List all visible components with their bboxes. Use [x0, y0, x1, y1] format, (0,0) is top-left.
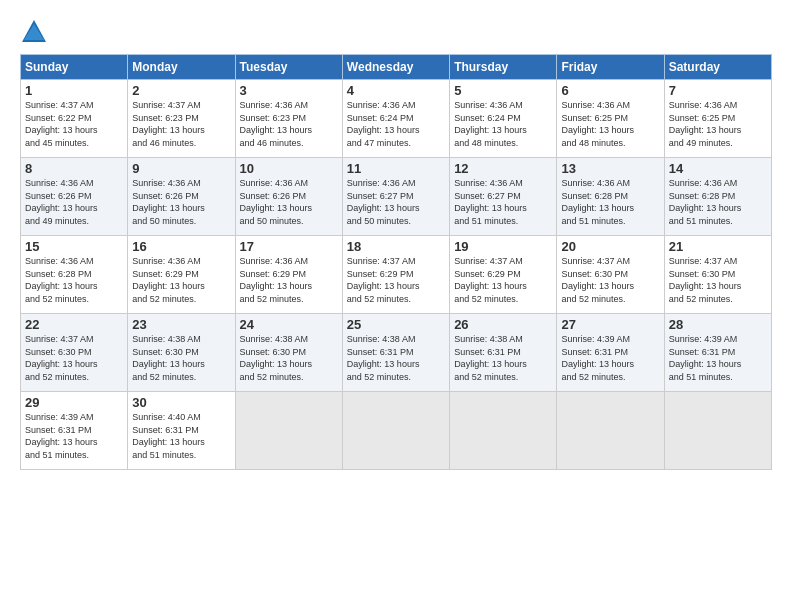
calendar-cell: 4Sunrise: 4:36 AM Sunset: 6:24 PM Daylig… — [342, 80, 449, 158]
calendar-cell: 1Sunrise: 4:37 AM Sunset: 6:22 PM Daylig… — [21, 80, 128, 158]
calendar-cell: 13Sunrise: 4:36 AM Sunset: 6:28 PM Dayli… — [557, 158, 664, 236]
calendar-cell — [664, 392, 771, 470]
day-number: 10 — [240, 161, 338, 176]
day-number: 3 — [240, 83, 338, 98]
day-number: 8 — [25, 161, 123, 176]
weekday-header-thursday: Thursday — [450, 55, 557, 80]
calendar-week-row: 29Sunrise: 4:39 AM Sunset: 6:31 PM Dayli… — [21, 392, 772, 470]
day-info: Sunrise: 4:36 AM Sunset: 6:27 PM Dayligh… — [347, 177, 445, 227]
day-info: Sunrise: 4:38 AM Sunset: 6:31 PM Dayligh… — [454, 333, 552, 383]
day-number: 26 — [454, 317, 552, 332]
calendar-week-row: 1Sunrise: 4:37 AM Sunset: 6:22 PM Daylig… — [21, 80, 772, 158]
day-info: Sunrise: 4:37 AM Sunset: 6:30 PM Dayligh… — [669, 255, 767, 305]
logo-icon — [20, 18, 48, 46]
day-number: 9 — [132, 161, 230, 176]
day-info: Sunrise: 4:38 AM Sunset: 6:30 PM Dayligh… — [240, 333, 338, 383]
day-info: Sunrise: 4:37 AM Sunset: 6:30 PM Dayligh… — [561, 255, 659, 305]
calendar-cell: 24Sunrise: 4:38 AM Sunset: 6:30 PM Dayli… — [235, 314, 342, 392]
calendar-cell: 19Sunrise: 4:37 AM Sunset: 6:29 PM Dayli… — [450, 236, 557, 314]
calendar-cell: 23Sunrise: 4:38 AM Sunset: 6:30 PM Dayli… — [128, 314, 235, 392]
day-number: 6 — [561, 83, 659, 98]
calendar-cell: 20Sunrise: 4:37 AM Sunset: 6:30 PM Dayli… — [557, 236, 664, 314]
calendar-cell: 5Sunrise: 4:36 AM Sunset: 6:24 PM Daylig… — [450, 80, 557, 158]
day-number: 29 — [25, 395, 123, 410]
calendar-cell: 14Sunrise: 4:36 AM Sunset: 6:28 PM Dayli… — [664, 158, 771, 236]
logo — [20, 18, 52, 46]
day-info: Sunrise: 4:36 AM Sunset: 6:28 PM Dayligh… — [25, 255, 123, 305]
weekday-header-tuesday: Tuesday — [235, 55, 342, 80]
day-info: Sunrise: 4:36 AM Sunset: 6:29 PM Dayligh… — [240, 255, 338, 305]
calendar-body: 1Sunrise: 4:37 AM Sunset: 6:22 PM Daylig… — [21, 80, 772, 470]
calendar-cell: 12Sunrise: 4:36 AM Sunset: 6:27 PM Dayli… — [450, 158, 557, 236]
day-info: Sunrise: 4:36 AM Sunset: 6:24 PM Dayligh… — [454, 99, 552, 149]
calendar-week-row: 8Sunrise: 4:36 AM Sunset: 6:26 PM Daylig… — [21, 158, 772, 236]
page: SundayMondayTuesdayWednesdayThursdayFrid… — [0, 0, 792, 612]
day-info: Sunrise: 4:37 AM Sunset: 6:29 PM Dayligh… — [347, 255, 445, 305]
day-info: Sunrise: 4:36 AM Sunset: 6:28 PM Dayligh… — [669, 177, 767, 227]
calendar-table: SundayMondayTuesdayWednesdayThursdayFrid… — [20, 54, 772, 470]
calendar-cell — [450, 392, 557, 470]
calendar-cell: 11Sunrise: 4:36 AM Sunset: 6:27 PM Dayli… — [342, 158, 449, 236]
calendar-cell: 27Sunrise: 4:39 AM Sunset: 6:31 PM Dayli… — [557, 314, 664, 392]
day-number: 13 — [561, 161, 659, 176]
day-info: Sunrise: 4:40 AM Sunset: 6:31 PM Dayligh… — [132, 411, 230, 461]
day-info: Sunrise: 4:36 AM Sunset: 6:26 PM Dayligh… — [25, 177, 123, 227]
calendar-cell: 9Sunrise: 4:36 AM Sunset: 6:26 PM Daylig… — [128, 158, 235, 236]
day-number: 19 — [454, 239, 552, 254]
day-info: Sunrise: 4:36 AM Sunset: 6:26 PM Dayligh… — [240, 177, 338, 227]
day-info: Sunrise: 4:36 AM Sunset: 6:25 PM Dayligh… — [561, 99, 659, 149]
day-number: 7 — [669, 83, 767, 98]
calendar-cell: 6Sunrise: 4:36 AM Sunset: 6:25 PM Daylig… — [557, 80, 664, 158]
header — [20, 18, 772, 46]
calendar-cell: 16Sunrise: 4:36 AM Sunset: 6:29 PM Dayli… — [128, 236, 235, 314]
calendar-week-row: 22Sunrise: 4:37 AM Sunset: 6:30 PM Dayli… — [21, 314, 772, 392]
day-info: Sunrise: 4:39 AM Sunset: 6:31 PM Dayligh… — [25, 411, 123, 461]
day-info: Sunrise: 4:37 AM Sunset: 6:23 PM Dayligh… — [132, 99, 230, 149]
weekday-header-monday: Monday — [128, 55, 235, 80]
day-number: 17 — [240, 239, 338, 254]
calendar-cell: 3Sunrise: 4:36 AM Sunset: 6:23 PM Daylig… — [235, 80, 342, 158]
weekday-header-friday: Friday — [557, 55, 664, 80]
calendar-cell: 26Sunrise: 4:38 AM Sunset: 6:31 PM Dayli… — [450, 314, 557, 392]
calendar-cell: 22Sunrise: 4:37 AM Sunset: 6:30 PM Dayli… — [21, 314, 128, 392]
day-info: Sunrise: 4:37 AM Sunset: 6:29 PM Dayligh… — [454, 255, 552, 305]
day-info: Sunrise: 4:36 AM Sunset: 6:25 PM Dayligh… — [669, 99, 767, 149]
day-number: 2 — [132, 83, 230, 98]
day-info: Sunrise: 4:39 AM Sunset: 6:31 PM Dayligh… — [561, 333, 659, 383]
calendar-cell: 21Sunrise: 4:37 AM Sunset: 6:30 PM Dayli… — [664, 236, 771, 314]
calendar-cell — [342, 392, 449, 470]
calendar-cell — [557, 392, 664, 470]
day-info: Sunrise: 4:36 AM Sunset: 6:28 PM Dayligh… — [561, 177, 659, 227]
weekday-header-sunday: Sunday — [21, 55, 128, 80]
day-number: 23 — [132, 317, 230, 332]
day-number: 28 — [669, 317, 767, 332]
calendar-cell: 30Sunrise: 4:40 AM Sunset: 6:31 PM Dayli… — [128, 392, 235, 470]
calendar-cell: 18Sunrise: 4:37 AM Sunset: 6:29 PM Dayli… — [342, 236, 449, 314]
calendar-cell: 28Sunrise: 4:39 AM Sunset: 6:31 PM Dayli… — [664, 314, 771, 392]
day-number: 27 — [561, 317, 659, 332]
calendar-cell: 8Sunrise: 4:36 AM Sunset: 6:26 PM Daylig… — [21, 158, 128, 236]
day-number: 25 — [347, 317, 445, 332]
day-number: 24 — [240, 317, 338, 332]
calendar-cell: 7Sunrise: 4:36 AM Sunset: 6:25 PM Daylig… — [664, 80, 771, 158]
day-info: Sunrise: 4:38 AM Sunset: 6:30 PM Dayligh… — [132, 333, 230, 383]
calendar-cell: 25Sunrise: 4:38 AM Sunset: 6:31 PM Dayli… — [342, 314, 449, 392]
svg-marker-1 — [24, 24, 44, 40]
calendar-cell: 17Sunrise: 4:36 AM Sunset: 6:29 PM Dayli… — [235, 236, 342, 314]
day-info: Sunrise: 4:37 AM Sunset: 6:30 PM Dayligh… — [25, 333, 123, 383]
calendar-week-row: 15Sunrise: 4:36 AM Sunset: 6:28 PM Dayli… — [21, 236, 772, 314]
calendar-header: SundayMondayTuesdayWednesdayThursdayFrid… — [21, 55, 772, 80]
weekday-header-wednesday: Wednesday — [342, 55, 449, 80]
day-info: Sunrise: 4:36 AM Sunset: 6:24 PM Dayligh… — [347, 99, 445, 149]
weekday-header-saturday: Saturday — [664, 55, 771, 80]
day-info: Sunrise: 4:36 AM Sunset: 6:23 PM Dayligh… — [240, 99, 338, 149]
day-number: 18 — [347, 239, 445, 254]
day-info: Sunrise: 4:36 AM Sunset: 6:27 PM Dayligh… — [454, 177, 552, 227]
day-info: Sunrise: 4:36 AM Sunset: 6:26 PM Dayligh… — [132, 177, 230, 227]
day-number: 30 — [132, 395, 230, 410]
day-number: 22 — [25, 317, 123, 332]
day-number: 14 — [669, 161, 767, 176]
calendar-cell: 29Sunrise: 4:39 AM Sunset: 6:31 PM Dayli… — [21, 392, 128, 470]
day-info: Sunrise: 4:38 AM Sunset: 6:31 PM Dayligh… — [347, 333, 445, 383]
calendar-cell: 15Sunrise: 4:36 AM Sunset: 6:28 PM Dayli… — [21, 236, 128, 314]
